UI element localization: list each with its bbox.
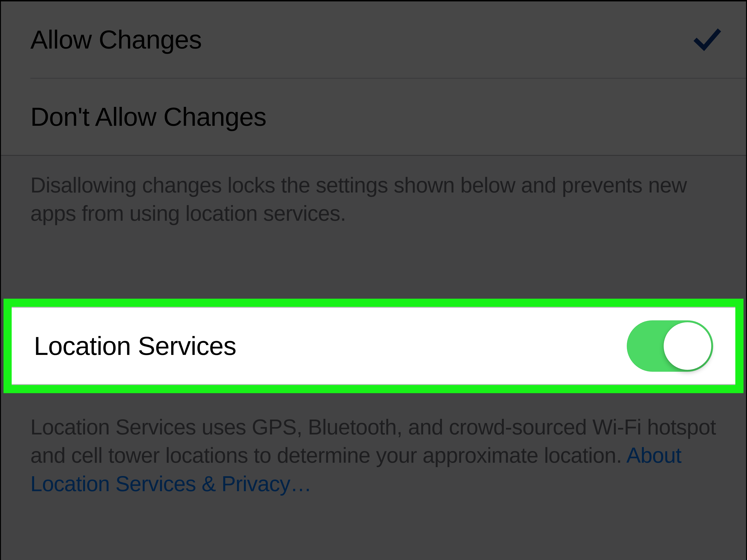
allow-changes-footer: Disallowing changes locks the settings s… [0,156,747,228]
dont-allow-changes-label: Don't Allow Changes [30,102,266,132]
allow-changes-label: Allow Changes [30,25,202,55]
dim-overlay [744,299,747,393]
dim-overlay [0,299,3,393]
allow-changes-row[interactable]: Allow Changes [0,1,747,78]
location-services-highlight: Location Services [3,299,744,393]
location-services-footer: Location Services uses GPS, Bluetooth, a… [30,413,717,498]
location-services-toggle[interactable] [627,320,713,372]
allow-changes-group: Allow Changes Don't Allow Changes [0,0,747,156]
location-services-label: Location Services [34,331,236,361]
location-services-footer-text: Location Services uses GPS, Bluetooth, a… [30,415,716,467]
dont-allow-changes-row[interactable]: Don't Allow Changes [30,78,747,155]
location-services-row[interactable]: Location Services [12,307,735,385]
checkmark-icon [693,25,721,53]
toggle-knob-icon [664,322,711,370]
